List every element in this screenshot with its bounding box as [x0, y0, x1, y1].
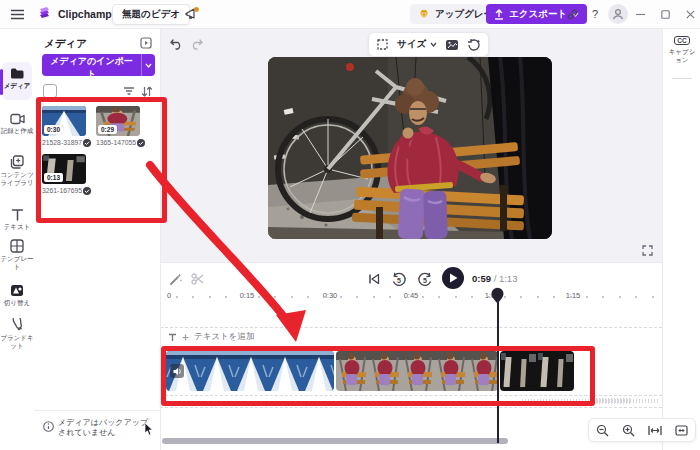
check-badge-icon	[137, 139, 145, 147]
clipchamp-window: Clipchamp 無題のビデオ アップグレード エクスポート	[0, 0, 700, 450]
mouse-cursor	[144, 423, 154, 436]
window-close-icon[interactable]	[683, 7, 697, 21]
zoom-out-icon[interactable]	[596, 424, 609, 437]
jump-seconds-label: 5	[397, 277, 401, 284]
media-folder-icon	[10, 67, 25, 80]
sidebar-rail: メディア 記録と作成 コンテンツライブラリ テキスト テンプレート 切り替え ブ…	[0, 28, 35, 450]
app-name: Clipchamp	[58, 8, 112, 20]
redo-icon[interactable]	[188, 36, 204, 52]
sort-icon[interactable]	[140, 84, 154, 98]
track-divider	[160, 395, 662, 396]
media-item-filename: 3261-1676952...	[42, 187, 82, 194]
duration-badge: 0:30	[44, 125, 63, 134]
sidebar-item-text[interactable]: テキスト	[0, 208, 34, 231]
add-text-track[interactable]: テキストを追加	[168, 331, 255, 343]
skip-to-start-icon[interactable]	[366, 271, 382, 287]
camera-icon	[10, 113, 25, 125]
clip-street[interactable]	[500, 351, 574, 391]
timeline-zoom-controls	[588, 418, 696, 442]
upload-icon	[494, 9, 504, 20]
track-divider	[160, 327, 662, 328]
check-badge-icon	[83, 139, 91, 147]
captions-label: キャプション	[666, 48, 698, 63]
rail-divider	[672, 78, 692, 79]
project-title[interactable]: 無題のビデオ	[112, 4, 190, 25]
content-library-icon	[10, 155, 24, 169]
window-maximize-icon[interactable]	[658, 7, 672, 21]
window-minimize-icon[interactable]	[633, 7, 647, 21]
clip-puppet[interactable]	[336, 351, 498, 391]
chevron-down-icon	[430, 42, 437, 47]
audio-speaker-icon	[170, 364, 184, 378]
current-time: 0:59	[472, 273, 491, 284]
sidebar-item-transitions[interactable]: 切り替え	[0, 284, 34, 307]
audio-waveform	[590, 398, 630, 404]
video-frame-puppet-scene	[268, 57, 552, 239]
captions-rail: CC キャプション	[662, 28, 700, 450]
media-item-puppet[interactable]: 0:29	[96, 106, 140, 136]
split-scissors-icon[interactable]	[190, 271, 206, 287]
play-button[interactable]	[442, 267, 464, 289]
expand-preview-icon[interactable]	[640, 243, 654, 257]
cc-icon: CC	[674, 36, 689, 45]
playhead-line	[497, 300, 499, 443]
top-bar: Clipchamp 無題のビデオ アップグレード エクスポート	[0, 0, 700, 29]
media-item-filename: 21528-318978...	[42, 139, 82, 146]
sidebar-item-templates[interactable]: テンプレート	[0, 239, 34, 270]
media-item-ocean[interactable]: 0:30	[42, 106, 86, 136]
effects-icon[interactable]	[467, 38, 481, 51]
timeline: 5 5 0:59 / 1:13 0 0:15 0:30 0:45 1:00 1:…	[160, 262, 662, 450]
media-item-filename: 1365-1470554...	[96, 139, 136, 146]
add-text-label: テキストを追加	[194, 331, 255, 343]
help-icon[interactable]: ?	[588, 7, 602, 21]
account-avatar[interactable]	[608, 4, 628, 24]
sidebar-item-media[interactable]: メディア	[0, 67, 34, 90]
export-label: エクスポート	[509, 8, 567, 21]
undo-icon[interactable]	[168, 36, 184, 52]
check-badge-icon	[83, 187, 91, 195]
duration-badge: 0:13	[44, 173, 63, 182]
diamond-icon	[418, 9, 430, 20]
ruler-tick-dots	[176, 296, 658, 298]
sidebar-item-brand-kit[interactable]: ブランドキット	[0, 318, 34, 349]
sidebar-item-record-create[interactable]: 記録と作成	[0, 113, 34, 135]
track-divider	[160, 407, 662, 408]
sidebar-item-content-library[interactable]: コンテンツライブラリ	[0, 155, 34, 186]
select-all-checkbox[interactable]	[43, 84, 57, 98]
clipchamp-logo	[37, 6, 53, 22]
collapse-panel-icon[interactable]	[139, 36, 153, 50]
video-preview[interactable]	[268, 57, 552, 239]
timeline-scrollbar[interactable]	[162, 438, 508, 444]
magic-tools-icon[interactable]	[168, 271, 184, 287]
fullscreen-timeline-icon[interactable]	[675, 425, 688, 436]
filter-icon[interactable]	[122, 84, 136, 98]
import-media-button[interactable]: メディアのインポート	[42, 54, 141, 76]
whats-new-megaphone-icon[interactable]	[185, 7, 200, 21]
timeline-ruler[interactable]: 0 0:15 0:30 0:45 1:00 1:15	[160, 291, 662, 305]
plus-icon	[182, 334, 189, 341]
time-separator: /	[494, 273, 497, 284]
share-link-icon[interactable]	[565, 7, 579, 21]
clip-ocean[interactable]	[166, 351, 334, 391]
backup-notice: メディアはバックアップされていません	[58, 418, 150, 438]
media-item-street[interactable]: 0:13	[42, 154, 86, 184]
jump-forward-icon[interactable]: 5	[416, 270, 434, 288]
captions-button[interactable]: CC キャプション	[663, 36, 700, 63]
info-icon	[43, 421, 54, 432]
templates-icon	[10, 239, 24, 253]
jump-seconds-label: 5	[423, 277, 427, 284]
size-dropdown[interactable]: サイズ	[397, 38, 437, 51]
zoom-in-icon[interactable]	[622, 424, 635, 437]
media-panel: メディア メディアのインポート 0:30 21528-318978... 0:2…	[34, 28, 161, 450]
text-icon	[168, 333, 177, 342]
import-options-chevron[interactable]	[141, 54, 155, 76]
ruler-label: 0	[167, 291, 171, 300]
transitions-icon	[10, 284, 24, 297]
jump-back-icon[interactable]: 5	[390, 270, 408, 288]
filters-icon[interactable]	[445, 39, 459, 51]
size-label: サイズ	[397, 38, 426, 51]
crop-icon[interactable]	[376, 38, 389, 51]
playhead-handle[interactable]	[490, 287, 505, 304]
hamburger-menu-icon[interactable]	[9, 6, 25, 22]
zoom-fit-icon[interactable]	[648, 425, 662, 436]
